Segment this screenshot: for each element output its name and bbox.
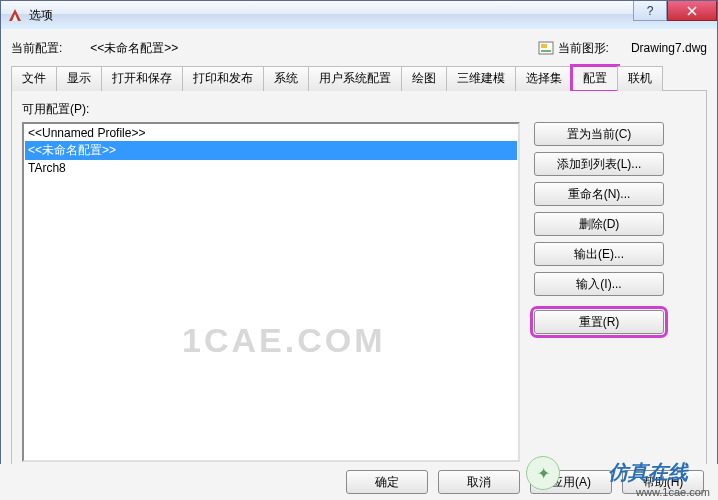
- profiles-panel: 可用配置(P): <<Unnamed Profile>><<未命名配置>>TAr…: [11, 91, 707, 483]
- delete-button[interactable]: 删除(D): [534, 212, 664, 236]
- watermark: 1CAE.COM: [182, 321, 385, 360]
- reset-button[interactable]: 重置(R): [534, 310, 664, 334]
- list-item[interactable]: <<Unnamed Profile>>: [25, 125, 517, 141]
- help-button[interactable]: ?: [633, 1, 667, 21]
- tab-选择集[interactable]: 选择集: [515, 66, 573, 91]
- profile-buttons: 置为当前(C) 添加到列表(L)... 重命名(N)... 删除(D) 输出(E…: [534, 122, 664, 462]
- dialog-footer: 确定 取消 应用(A) 帮助(H): [0, 464, 718, 500]
- import-button[interactable]: 输入(I)...: [534, 272, 664, 296]
- tab-配置[interactable]: 配置: [572, 66, 618, 91]
- svg-rect-3: [541, 44, 547, 48]
- rename-button[interactable]: 重命名(N)...: [534, 182, 664, 206]
- list-item[interactable]: TArch8: [25, 160, 517, 176]
- add-to-list-button[interactable]: 添加到列表(L)...: [534, 152, 664, 176]
- tab-三维建模[interactable]: 三维建模: [446, 66, 516, 91]
- tab-显示[interactable]: 显示: [56, 66, 102, 91]
- export-button[interactable]: 输出(E)...: [534, 242, 664, 266]
- tab-打印和发布[interactable]: 打印和发布: [182, 66, 264, 91]
- ok-button[interactable]: 确定: [346, 470, 428, 494]
- list-item[interactable]: <<未命名配置>>: [25, 141, 517, 160]
- help-footer-button[interactable]: 帮助(H): [622, 470, 704, 494]
- current-profile-label: 当前配置:: [11, 40, 62, 57]
- current-profile-value: <<未命名配置>>: [90, 40, 178, 57]
- info-row: 当前配置: <<未命名配置>> 当前图形: Drawing7.dwg: [11, 37, 707, 59]
- set-current-button[interactable]: 置为当前(C): [534, 122, 664, 146]
- close-button[interactable]: [667, 1, 717, 21]
- tab-文件[interactable]: 文件: [11, 66, 57, 91]
- available-profiles-label: 可用配置(P):: [22, 101, 696, 118]
- current-drawing-value: Drawing7.dwg: [631, 41, 707, 55]
- options-dialog: 选项 ? 当前配置: <<未命名配置>> 当前图形: Drawing7.dwg …: [0, 0, 718, 484]
- apply-button[interactable]: 应用(A): [530, 470, 612, 494]
- dialog-content: 当前配置: <<未命名配置>> 当前图形: Drawing7.dwg 文件显示打…: [1, 29, 717, 483]
- window-title: 选项: [29, 7, 53, 24]
- cancel-button[interactable]: 取消: [438, 470, 520, 494]
- tab-绘图[interactable]: 绘图: [401, 66, 447, 91]
- tab-联机[interactable]: 联机: [617, 66, 663, 91]
- tab-打开和保存[interactable]: 打开和保存: [101, 66, 183, 91]
- current-drawing-label: 当前图形:: [558, 40, 609, 57]
- svg-rect-4: [541, 50, 551, 52]
- dwg-icon: [538, 40, 554, 56]
- tab-用户系统配置[interactable]: 用户系统配置: [308, 66, 402, 91]
- app-icon: [7, 7, 23, 23]
- titlebar[interactable]: 选项 ?: [1, 1, 717, 29]
- tab-strip: 文件显示打开和保存打印和发布系统用户系统配置绘图三维建模选择集配置联机: [11, 65, 707, 91]
- tab-系统[interactable]: 系统: [263, 66, 309, 91]
- window-controls: ?: [633, 1, 717, 21]
- profiles-listbox[interactable]: <<Unnamed Profile>><<未命名配置>>TArch81CAE.C…: [22, 122, 520, 462]
